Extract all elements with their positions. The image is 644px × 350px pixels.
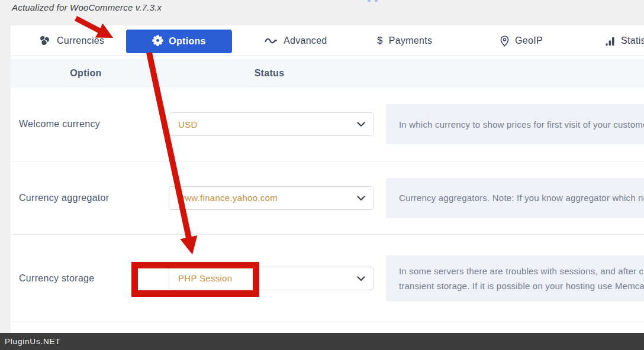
currency-storage-select[interactable]: PHP Session <box>169 267 374 290</box>
decorative-speck <box>375 0 378 2</box>
column-header-status: Status <box>161 59 378 88</box>
option-description: Currency aggregators. Note: If you know … <box>386 178 644 218</box>
tab-currencies[interactable]: Currencies <box>38 25 104 56</box>
brand-label: PluginUs.NET <box>0 337 60 346</box>
option-label: Currency storage <box>19 273 95 284</box>
decorative-speck <box>368 0 371 2</box>
actualized-note: Actualized for WooCommerce v.7.3.x <box>12 2 162 12</box>
welcome-currency-select[interactable]: USD <box>169 112 374 136</box>
table-row: Currency aggregator www.finance.yahoo.co… <box>11 161 644 235</box>
table-row: Welcome currency USD In which currency t… <box>11 88 644 161</box>
table-row: Currency storage PHP Session In some ser… <box>11 235 644 322</box>
description-line: transient storage. If it is possible on … <box>399 278 644 293</box>
settings-card: Currencies <box>11 25 644 333</box>
description-line: Currency aggregators. Note: If you know … <box>399 190 644 205</box>
table-header: Option Status <box>11 59 644 88</box>
tab-bar: Currencies <box>11 25 644 56</box>
map-pin-icon <box>500 35 509 47</box>
description-line: In some servers there are troubles with … <box>399 264 644 278</box>
option-description: In which currency to show prices for fir… <box>386 104 644 144</box>
select-value: PHP Session <box>178 273 232 283</box>
tab-options[interactable]: Options <box>126 30 232 53</box>
coins-icon <box>38 35 51 47</box>
tab-advanced[interactable]: Advanced <box>265 25 327 56</box>
chevron-down-icon <box>357 273 365 284</box>
tab-geoip[interactable]: GeoIP <box>500 25 543 56</box>
dollar-icon: $ <box>377 35 383 47</box>
description-line: In which currency to show prices for fir… <box>399 117 644 132</box>
tab-label: GeoIP <box>515 35 543 46</box>
chevron-down-icon <box>357 193 365 203</box>
option-description: In some servers there are troubles with … <box>386 255 644 302</box>
chevron-down-icon <box>357 119 365 129</box>
bar-chart-icon <box>606 36 615 46</box>
option-label: Welcome currency <box>19 119 100 129</box>
tab-payments[interactable]: $ Payments <box>377 25 432 56</box>
currency-aggregator-select[interactable]: www.finance.yahoo.com <box>169 186 374 210</box>
gear-icon <box>152 35 163 48</box>
select-value: www.finance.yahoo.com <box>178 193 278 203</box>
tab-label: Payments <box>389 35 433 46</box>
tab-label: Currencies <box>57 35 104 46</box>
tab-label: Options <box>169 36 206 47</box>
column-header-option: Option <box>11 59 161 88</box>
tab-label: Statistics <box>621 35 644 46</box>
tab-label: Advanced <box>284 35 327 46</box>
option-label: Currency aggregator <box>19 193 109 203</box>
footer-watermark-bar: PluginUs.NET <box>0 333 644 350</box>
select-value: USD <box>178 119 198 129</box>
wave-icon <box>265 37 278 45</box>
tab-statistics[interactable]: Statistics <box>606 25 644 56</box>
